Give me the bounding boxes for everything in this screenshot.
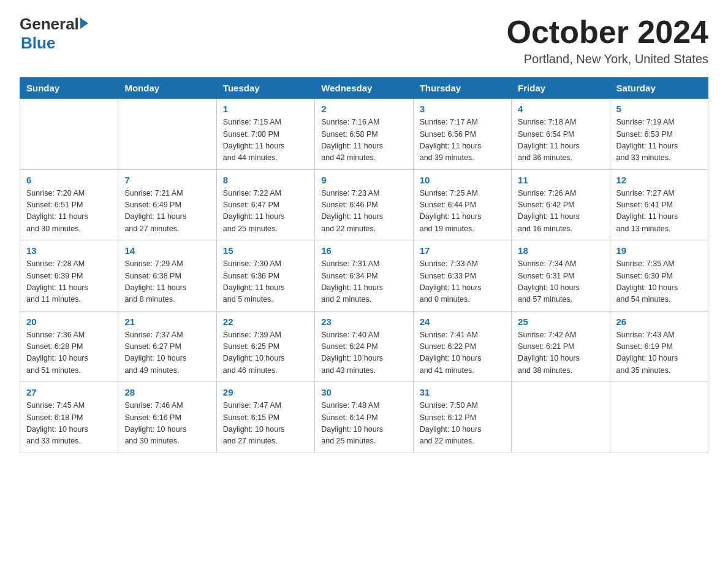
day-info: Sunrise: 7:30 AM Sunset: 6:36 PM Dayligh…: [223, 258, 308, 306]
day-number: 24: [420, 316, 505, 327]
calendar-cell: 25Sunrise: 7:42 AM Sunset: 6:21 PM Dayli…: [512, 311, 610, 382]
day-number: 12: [616, 175, 702, 185]
calendar-cell: 31Sunrise: 7:50 AM Sunset: 6:12 PM Dayli…: [413, 382, 511, 453]
day-number: 9: [321, 175, 406, 185]
day-number: 4: [518, 104, 603, 114]
calendar-table: SundayMondayTuesdayWednesdayThursdayFrid…: [20, 77, 708, 453]
week-row-4: 20Sunrise: 7:36 AM Sunset: 6:28 PM Dayli…: [20, 311, 708, 382]
logo-blue-text: Blue: [21, 34, 55, 52]
day-number: 2: [321, 104, 406, 114]
calendar-cell: 30Sunrise: 7:48 AM Sunset: 6:14 PM Dayli…: [315, 382, 413, 453]
week-row-5: 27Sunrise: 7:45 AM Sunset: 6:18 PM Dayli…: [20, 382, 708, 453]
calendar-header: SundayMondayTuesdayWednesdayThursdayFrid…: [20, 78, 708, 99]
day-number: 3: [420, 104, 505, 114]
calendar-cell: 10Sunrise: 7:25 AM Sunset: 6:44 PM Dayli…: [413, 169, 511, 240]
day-info: Sunrise: 7:36 AM Sunset: 6:28 PM Dayligh…: [26, 329, 112, 377]
month-title: October 2024: [507, 15, 709, 50]
day-number: 21: [124, 316, 210, 327]
calendar-cell: 2Sunrise: 7:16 AM Sunset: 6:58 PM Daylig…: [315, 99, 413, 170]
day-info: Sunrise: 7:22 AM Sunset: 6:47 PM Dayligh…: [223, 188, 308, 236]
calendar-cell: 13Sunrise: 7:28 AM Sunset: 6:39 PM Dayli…: [20, 240, 118, 312]
day-info: Sunrise: 7:19 AM Sunset: 6:53 PM Dayligh…: [616, 117, 702, 164]
day-info: Sunrise: 7:40 AM Sunset: 6:24 PM Dayligh…: [321, 329, 406, 377]
day-info: Sunrise: 7:41 AM Sunset: 6:22 PM Dayligh…: [420, 329, 505, 377]
calendar-cell: 7Sunrise: 7:21 AM Sunset: 6:49 PM Daylig…: [118, 169, 216, 240]
day-info: Sunrise: 7:20 AM Sunset: 6:51 PM Dayligh…: [26, 188, 112, 236]
calendar-cell: 24Sunrise: 7:41 AM Sunset: 6:22 PM Dayli…: [413, 311, 511, 382]
calendar-cell: 19Sunrise: 7:35 AM Sunset: 6:30 PM Dayli…: [610, 240, 708, 312]
day-info: Sunrise: 7:43 AM Sunset: 6:19 PM Dayligh…: [616, 329, 702, 377]
calendar-cell: 4Sunrise: 7:18 AM Sunset: 6:54 PM Daylig…: [512, 99, 610, 170]
day-number: 17: [420, 245, 505, 256]
week-row-1: 1Sunrise: 7:15 AM Sunset: 7:00 PM Daylig…: [20, 99, 708, 170]
header-cell-thursday: Thursday: [413, 78, 511, 99]
calendar-cell: 22Sunrise: 7:39 AM Sunset: 6:25 PM Dayli…: [216, 311, 314, 382]
calendar-cell: 3Sunrise: 7:17 AM Sunset: 6:56 PM Daylig…: [413, 99, 511, 170]
day-info: Sunrise: 7:35 AM Sunset: 6:30 PM Dayligh…: [616, 258, 702, 306]
week-row-2: 6Sunrise: 7:20 AM Sunset: 6:51 PM Daylig…: [20, 169, 708, 240]
day-info: Sunrise: 7:46 AM Sunset: 6:16 PM Dayligh…: [124, 400, 210, 448]
day-number: 23: [321, 316, 406, 327]
header-cell-friday: Friday: [512, 78, 610, 99]
day-number: 14: [124, 245, 210, 256]
logo: General Blue: [20, 15, 88, 53]
header-cell-sunday: Sunday: [20, 78, 118, 99]
day-number: 19: [616, 245, 702, 256]
day-info: Sunrise: 7:28 AM Sunset: 6:39 PM Dayligh…: [26, 258, 112, 306]
calendar-cell: 26Sunrise: 7:43 AM Sunset: 6:19 PM Dayli…: [610, 311, 708, 382]
day-info: Sunrise: 7:29 AM Sunset: 6:38 PM Dayligh…: [124, 258, 210, 306]
calendar-cell: 12Sunrise: 7:27 AM Sunset: 6:41 PM Dayli…: [610, 169, 708, 240]
calendar-cell: 15Sunrise: 7:30 AM Sunset: 6:36 PM Dayli…: [216, 240, 314, 312]
day-number: 10: [420, 175, 505, 185]
day-number: 29: [223, 387, 308, 397]
header-cell-wednesday: Wednesday: [315, 78, 413, 99]
day-info: Sunrise: 7:50 AM Sunset: 6:12 PM Dayligh…: [420, 400, 505, 448]
calendar-cell: 23Sunrise: 7:40 AM Sunset: 6:24 PM Dayli…: [315, 311, 413, 382]
calendar-cell: 5Sunrise: 7:19 AM Sunset: 6:53 PM Daylig…: [610, 99, 708, 170]
calendar-cell: 16Sunrise: 7:31 AM Sunset: 6:34 PM Dayli…: [315, 240, 413, 312]
day-number: 6: [26, 175, 112, 185]
day-info: Sunrise: 7:33 AM Sunset: 6:33 PM Dayligh…: [420, 258, 505, 306]
day-info: Sunrise: 7:27 AM Sunset: 6:41 PM Dayligh…: [616, 188, 702, 236]
day-info: Sunrise: 7:26 AM Sunset: 6:42 PM Dayligh…: [518, 188, 603, 236]
page-header: General Blue October 2024 Portland, New …: [20, 15, 708, 66]
calendar-cell: 6Sunrise: 7:20 AM Sunset: 6:51 PM Daylig…: [20, 169, 118, 240]
day-info: Sunrise: 7:39 AM Sunset: 6:25 PM Dayligh…: [223, 329, 308, 377]
day-info: Sunrise: 7:45 AM Sunset: 6:18 PM Dayligh…: [26, 400, 112, 448]
day-info: Sunrise: 7:23 AM Sunset: 6:46 PM Dayligh…: [321, 188, 406, 236]
calendar-cell: 14Sunrise: 7:29 AM Sunset: 6:38 PM Dayli…: [118, 240, 216, 312]
calendar-cell: 11Sunrise: 7:26 AM Sunset: 6:42 PM Dayli…: [512, 169, 610, 240]
day-number: 28: [124, 387, 210, 397]
calendar-cell: 18Sunrise: 7:34 AM Sunset: 6:31 PM Dayli…: [512, 240, 610, 312]
header-cell-saturday: Saturday: [610, 78, 708, 99]
header-cell-monday: Monday: [118, 78, 216, 99]
calendar-cell: [610, 382, 708, 453]
day-number: 25: [518, 316, 603, 327]
calendar-cell: 9Sunrise: 7:23 AM Sunset: 6:46 PM Daylig…: [315, 169, 413, 240]
header-cell-tuesday: Tuesday: [216, 78, 314, 99]
calendar-cell: 27Sunrise: 7:45 AM Sunset: 6:18 PM Dayli…: [20, 382, 118, 453]
calendar-cell: 29Sunrise: 7:47 AM Sunset: 6:15 PM Dayli…: [216, 382, 314, 453]
day-info: Sunrise: 7:15 AM Sunset: 7:00 PM Dayligh…: [223, 117, 308, 164]
day-info: Sunrise: 7:34 AM Sunset: 6:31 PM Dayligh…: [518, 258, 603, 306]
location-text: Portland, New York, United States: [507, 52, 709, 66]
calendar-cell: 20Sunrise: 7:36 AM Sunset: 6:28 PM Dayli…: [20, 311, 118, 382]
day-number: 7: [124, 175, 210, 185]
day-number: 15: [223, 245, 308, 256]
day-info: Sunrise: 7:18 AM Sunset: 6:54 PM Dayligh…: [518, 117, 603, 164]
calendar-cell: 1Sunrise: 7:15 AM Sunset: 7:00 PM Daylig…: [216, 99, 314, 170]
day-info: Sunrise: 7:47 AM Sunset: 6:15 PM Dayligh…: [223, 400, 308, 448]
calendar-body: 1Sunrise: 7:15 AM Sunset: 7:00 PM Daylig…: [20, 99, 708, 453]
day-info: Sunrise: 7:16 AM Sunset: 6:58 PM Dayligh…: [321, 117, 406, 164]
day-number: 16: [321, 245, 406, 256]
day-info: Sunrise: 7:37 AM Sunset: 6:27 PM Dayligh…: [124, 329, 210, 377]
day-number: 5: [616, 104, 702, 114]
day-info: Sunrise: 7:17 AM Sunset: 6:56 PM Dayligh…: [420, 117, 505, 164]
day-info: Sunrise: 7:21 AM Sunset: 6:49 PM Dayligh…: [124, 188, 210, 236]
day-info: Sunrise: 7:25 AM Sunset: 6:44 PM Dayligh…: [420, 188, 505, 236]
day-info: Sunrise: 7:48 AM Sunset: 6:14 PM Dayligh…: [321, 400, 406, 448]
calendar-cell: 21Sunrise: 7:37 AM Sunset: 6:27 PM Dayli…: [118, 311, 216, 382]
day-number: 18: [518, 245, 603, 256]
day-number: 8: [223, 175, 308, 185]
day-number: 30: [321, 387, 406, 397]
